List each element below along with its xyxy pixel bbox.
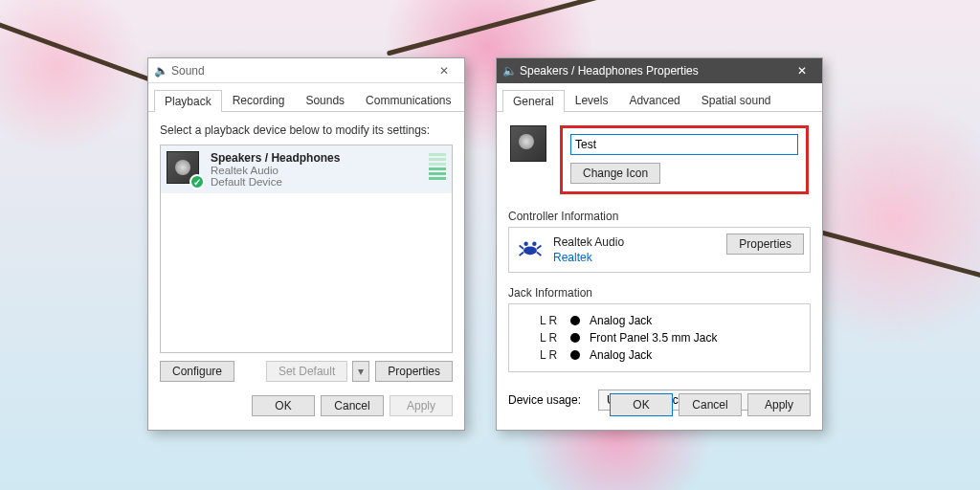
set-default-dropdown-icon[interactable]: ▾ (352, 361, 369, 382)
jack-dot-icon (570, 350, 580, 360)
properties-title: Speakers / Headphones Properties (516, 64, 788, 78)
controller-name: Realtek Audio (553, 235, 624, 249)
device-name: Speakers / Headphones (211, 151, 421, 165)
device-status: Default Device (211, 176, 421, 188)
tab-recording[interactable]: Recording (222, 89, 296, 111)
sound-window: 🔈 Sound ✕ Playback Recording Sounds Comm… (147, 57, 465, 431)
realtek-crab-icon (517, 235, 544, 262)
jack-lr: L R (540, 348, 561, 362)
properties-body: Change Icon Controller Information Realt… (497, 112, 822, 424)
jack-lr: L R (540, 314, 561, 327)
tab-spatial-sound[interactable]: Spatial sound (691, 89, 782, 111)
cancel-button[interactable]: Cancel (679, 393, 742, 416)
tab-levels[interactable]: Levels (565, 89, 619, 111)
tab-communications[interactable]: Communications (355, 89, 461, 111)
ok-button[interactable]: OK (252, 395, 315, 416)
device-driver: Realtek Audio (211, 165, 421, 176)
tab-sounds[interactable]: Sounds (295, 89, 355, 111)
device-name-input[interactable] (570, 134, 798, 155)
close-icon[interactable]: ✕ (430, 60, 458, 81)
playback-device-item[interactable]: ✓ Speakers / Headphones Realtek Audio De… (161, 145, 452, 193)
jack-row: L R Front Panel 3.5 mm Jack (517, 329, 802, 346)
playback-instruction: Select a playback device below to modify… (160, 123, 453, 137)
speaker-device-icon: ✓ (167, 151, 203, 188)
tab-general[interactable]: General (502, 90, 565, 112)
svg-point-1 (523, 242, 527, 246)
apply-button[interactable]: Apply (390, 395, 453, 416)
close-icon[interactable]: ✕ (788, 60, 816, 81)
volume-meter-icon (429, 151, 446, 188)
jack-label: Front Panel 3.5 mm Jack (590, 331, 717, 345)
speaker-icon: 🔈 (502, 64, 516, 78)
jack-section-label: Jack Information (508, 286, 811, 300)
sound-body: Select a playback device below to modify… (148, 112, 464, 424)
properties-tabs: General Levels Advanced Spatial sound (497, 83, 822, 112)
jack-dot-icon (570, 316, 580, 325)
jack-dot-icon (570, 333, 580, 343)
properties-titlebar[interactable]: 🔈 Speakers / Headphones Properties ✕ (497, 58, 822, 83)
jack-group: L R Analog Jack L R Front Panel 3.5 mm J… (508, 303, 811, 372)
properties-footer: OK Cancel Apply (610, 393, 811, 416)
ok-button[interactable]: OK (610, 393, 673, 416)
device-large-icon (510, 125, 548, 164)
device-usage-label: Device usage: (508, 393, 581, 407)
svg-point-0 (523, 246, 537, 255)
jack-lr: L R (540, 331, 561, 345)
properties-button[interactable]: Properties (375, 361, 453, 382)
sound-icon: 🔈 (154, 64, 167, 78)
jack-label: Analog Jack (590, 314, 652, 327)
configure-button[interactable]: Configure (160, 361, 234, 382)
controller-vendor-link[interactable]: Realtek (553, 251, 624, 264)
default-check-icon: ✓ (189, 174, 205, 189)
playback-device-list[interactable]: ✓ Speakers / Headphones Realtek Audio De… (160, 145, 453, 353)
jack-row: L R Analog Jack (517, 346, 802, 364)
properties-window: 🔈 Speakers / Headphones Properties ✕ Gen… (496, 57, 823, 431)
device-text: Speakers / Headphones Realtek Audio Defa… (211, 151, 421, 188)
highlight-box: Change Icon (560, 125, 809, 194)
tab-playback[interactable]: Playback (154, 90, 222, 112)
jack-row: L R Analog Jack (517, 312, 802, 329)
tab-advanced[interactable]: Advanced (618, 89, 690, 111)
sound-title: Sound (167, 64, 430, 78)
jack-label: Analog Jack (590, 348, 652, 362)
controller-group: Realtek Audio Realtek Properties (508, 227, 811, 273)
cancel-button[interactable]: Cancel (321, 395, 384, 416)
apply-button[interactable]: Apply (747, 393, 811, 416)
controller-properties-button[interactable]: Properties (726, 234, 804, 255)
sound-footer: OK Cancel Apply (252, 395, 453, 416)
controller-section-label: Controller Information (508, 210, 811, 223)
set-default-button[interactable]: Set Default (266, 361, 347, 382)
sound-titlebar[interactable]: 🔈 Sound ✕ (148, 58, 464, 83)
svg-point-2 (532, 242, 536, 246)
sound-tabs: Playback Recording Sounds Communications (148, 83, 464, 112)
change-icon-button[interactable]: Change Icon (570, 163, 660, 184)
